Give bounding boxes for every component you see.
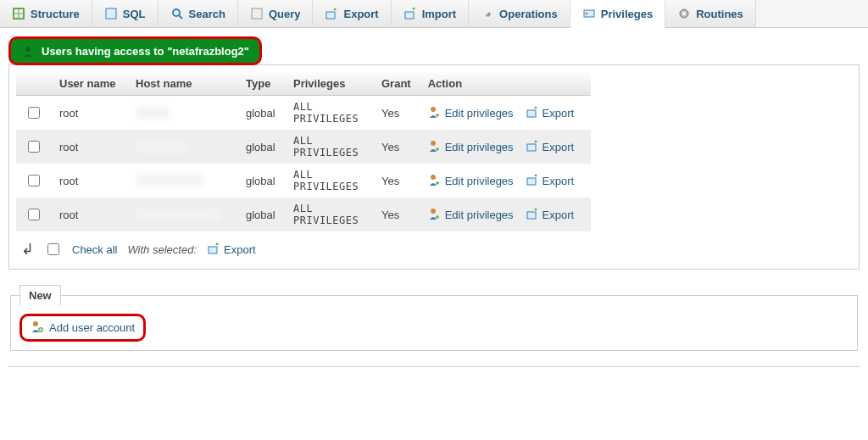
svg-point-16	[431, 141, 436, 146]
tab-query[interactable]: Query	[238, 0, 314, 27]
tab-import[interactable]: Import	[392, 0, 469, 27]
cell-host	[127, 130, 237, 164]
bulk-action-bar: ↳ Check all With selected: Export	[16, 231, 852, 262]
cell-type: global	[237, 130, 285, 164]
cell-user: root	[51, 130, 127, 164]
cell-user: root	[51, 96, 127, 131]
add-user-label: Add user account	[49, 321, 135, 334]
col-type: Type	[237, 72, 285, 96]
tab-label: Query	[269, 8, 301, 20]
new-legend: New	[19, 285, 61, 305]
checkall-arrow-icon: ↳	[21, 240, 34, 259]
svg-line-5	[179, 15, 182, 19]
svg-point-12	[682, 12, 686, 15]
cell-host	[127, 164, 237, 198]
section-title-box: Users having access to "netafrazblog2"	[8, 36, 262, 65]
row-export-link[interactable]: Export	[542, 141, 575, 153]
privileges-table: User name Host name Type Privileges Gran…	[16, 72, 591, 231]
export-icon	[526, 173, 539, 189]
cell-priv: ALL PRIVILEGES	[285, 96, 373, 131]
tab-privileges[interactable]: Privileges	[570, 0, 665, 28]
tab-label: SQL	[123, 8, 146, 20]
svg-rect-15	[527, 110, 536, 117]
cell-grant: Yes	[373, 96, 420, 131]
cell-type: global	[237, 164, 285, 198]
svg-point-10	[585, 13, 587, 15]
svg-rect-6	[252, 8, 262, 19]
structure-icon	[12, 7, 25, 20]
add-user-account-link[interactable]: Add user account	[19, 314, 146, 342]
tab-search[interactable]: Search	[159, 0, 238, 27]
tab-operations[interactable]: Operations	[469, 0, 570, 27]
tab-label: Search	[189, 8, 225, 20]
tab-bar: Structure SQL Search Query Export Import…	[0, 0, 868, 28]
new-user-section: New Add user account	[10, 285, 858, 351]
cell-priv: ALL PRIVILEGES	[285, 164, 373, 198]
with-selected-label: With selected:	[127, 243, 197, 256]
row-checkbox[interactable]	[28, 175, 40, 187]
tab-sql[interactable]: SQL	[92, 0, 159, 27]
row-checkbox[interactable]	[28, 141, 40, 153]
table-row: rootglobalALL PRIVILEGESYesEdit privileg…	[16, 96, 591, 131]
export-icon	[526, 139, 539, 155]
svg-point-23	[33, 321, 38, 326]
tab-label: Export	[343, 8, 378, 20]
export-icon	[526, 105, 539, 121]
edit-privileges-link[interactable]: Edit privileges	[445, 141, 514, 153]
svg-point-18	[431, 175, 436, 180]
users-icon	[21, 44, 35, 58]
row-checkbox[interactable]	[28, 209, 40, 220]
section-title: Users having access to "netafrazblog2"	[42, 45, 249, 58]
check-all-checkbox[interactable]	[47, 243, 59, 255]
svg-point-14	[431, 107, 436, 112]
user-add-icon	[31, 320, 44, 336]
svg-rect-7	[326, 12, 335, 19]
svg-rect-8	[405, 12, 414, 19]
row-export-link[interactable]: Export	[542, 107, 575, 120]
edit-privileges-link[interactable]: Edit privileges	[445, 175, 514, 187]
cell-host	[127, 96, 237, 131]
table-row: rootglobalALL PRIVILEGESYesEdit privileg…	[16, 198, 591, 231]
cell-user: root	[51, 198, 127, 231]
cell-grant: Yes	[373, 164, 420, 198]
tab-export[interactable]: Export	[313, 0, 391, 27]
divider	[8, 366, 860, 367]
query-icon	[250, 7, 264, 20]
col-action: Action	[420, 72, 592, 96]
export-icon	[325, 7, 338, 20]
row-export-link[interactable]: Export	[542, 209, 575, 221]
svg-point-20	[431, 209, 436, 214]
export-icon	[207, 242, 220, 258]
tab-label: Operations	[499, 8, 558, 20]
table-row: rootglobalALL PRIVILEGESYesEdit privileg…	[16, 130, 591, 164]
row-export-link[interactable]: Export	[542, 175, 575, 187]
wrench-icon	[481, 7, 494, 20]
cell-user: root	[51, 164, 127, 198]
row-checkbox[interactable]	[28, 107, 40, 119]
svg-point-13	[25, 47, 31, 52]
cell-priv: ALL PRIVILEGES	[285, 198, 373, 231]
user-edit-icon	[428, 139, 442, 155]
import-icon	[403, 7, 417, 20]
svg-rect-21	[527, 212, 536, 219]
export-icon	[526, 207, 539, 223]
check-all-link[interactable]: Check all	[72, 243, 117, 256]
user-edit-icon	[428, 207, 442, 223]
tab-label: Structure	[31, 8, 80, 20]
edit-privileges-link[interactable]: Edit privileges	[445, 209, 514, 221]
tab-structure[interactable]: Structure	[0, 0, 92, 27]
col-priv: Privileges	[285, 72, 373, 96]
privileges-icon	[582, 7, 596, 20]
user-edit-icon	[428, 173, 442, 189]
tab-label: Privileges	[601, 8, 653, 20]
table-row: rootglobalALL PRIVILEGESYesEdit privileg…	[16, 164, 591, 198]
cell-type: global	[237, 198, 285, 231]
svg-rect-17	[527, 144, 536, 151]
routines-icon	[677, 7, 691, 20]
svg-rect-3	[106, 8, 116, 19]
cell-type: global	[237, 96, 285, 131]
bulk-export-link[interactable]: Export	[224, 243, 256, 256]
cell-priv: ALL PRIVILEGES	[285, 130, 373, 164]
tab-routines[interactable]: Routines	[665, 0, 756, 27]
edit-privileges-link[interactable]: Edit privileges	[445, 107, 514, 120]
